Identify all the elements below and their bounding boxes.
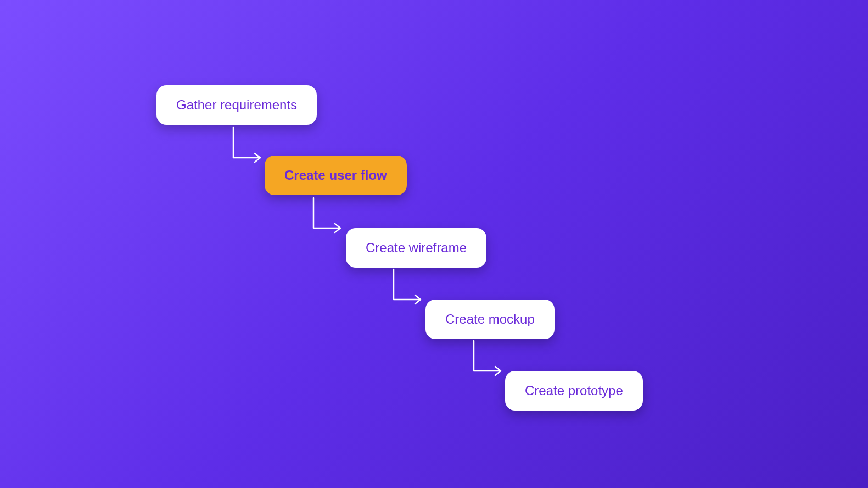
arrow-connector-icon <box>311 198 349 244</box>
step-create-mockup: Create mockup <box>425 300 555 339</box>
process-flow-diagram: Gather requirements Create user flow Cre… <box>0 0 868 488</box>
step-label: Create wireframe <box>366 240 467 255</box>
arrow-connector-icon <box>231 127 269 174</box>
step-create-user-flow: Create user flow <box>265 156 407 195</box>
step-label: Create mockup <box>445 312 535 326</box>
arrow-connector-icon <box>391 269 429 315</box>
step-label: Gather requirements <box>176 97 297 112</box>
step-create-wireframe: Create wireframe <box>346 228 486 268</box>
step-label: Create user flow <box>284 168 387 182</box>
step-label: Create prototype <box>525 383 623 398</box>
arrow-connector-icon <box>471 341 509 387</box>
step-create-prototype: Create prototype <box>505 371 643 411</box>
step-gather-requirements: Gather requirements <box>156 85 317 125</box>
